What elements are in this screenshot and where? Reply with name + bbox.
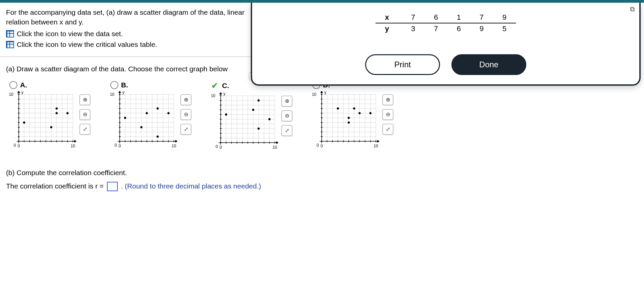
- svg-point-56: [56, 107, 58, 109]
- data-table: x76179 y37695: [375, 12, 516, 34]
- scatter-chart: 100010yx: [9, 91, 76, 151]
- expand-icon[interactable]: ⤢: [181, 124, 191, 135]
- svg-point-236: [358, 112, 360, 114]
- svg-point-176: [257, 99, 259, 101]
- option-a: A. 100010yx ⊕ ⊖ ⤢: [9, 81, 90, 153]
- checkmark-icon: ✔: [211, 81, 219, 90]
- zoom-out-icon[interactable]: ⊖: [80, 109, 90, 120]
- table-icon: [6, 41, 14, 48]
- svg-point-234: [348, 117, 350, 119]
- svg-text:10: 10: [9, 92, 13, 97]
- svg-point-237: [369, 112, 371, 114]
- option-b: B. 100010yx ⊕ ⊖ ⤢: [110, 81, 191, 153]
- svg-marker-23: [17, 91, 20, 93]
- option-c: ✔ C. 100010yx ⊕ ⊖ ⤢: [211, 81, 292, 153]
- copy-icon[interactable]: ⧉: [630, 5, 635, 13]
- svg-text:10: 10: [211, 93, 215, 98]
- option-label: C.: [222, 82, 229, 90]
- svg-point-116: [156, 107, 158, 109]
- expand-icon[interactable]: ⤢: [80, 124, 90, 135]
- svg-text:0: 0: [317, 143, 319, 148]
- option-label: B.: [121, 81, 128, 89]
- svg-point-55: [50, 126, 52, 128]
- expand-icon[interactable]: ⤢: [383, 124, 393, 135]
- divider: [0, 57, 254, 57]
- svg-point-57: [56, 112, 58, 114]
- part-b-line: The correlation coefficient is r = . (Ro…: [6, 179, 638, 193]
- radio-button[interactable]: [9, 81, 17, 89]
- scatter-chart: 100010yx: [312, 91, 379, 151]
- option-label: A.: [20, 81, 27, 89]
- svg-text:10: 10: [312, 92, 316, 97]
- svg-marker-84: [175, 140, 177, 143]
- svg-marker-82: [118, 91, 121, 93]
- svg-point-174: [252, 109, 254, 111]
- table-icon: [6, 30, 14, 37]
- svg-point-114: [140, 126, 142, 128]
- svg-text:0: 0: [18, 144, 20, 148]
- question-intro: For the accompanying data set, (a) draw …: [6, 7, 247, 27]
- svg-marker-203: [377, 140, 379, 143]
- svg-text:10: 10: [273, 145, 277, 150]
- svg-point-113: [124, 117, 126, 119]
- svg-text:10: 10: [110, 92, 114, 97]
- svg-text:y: y: [122, 91, 124, 95]
- zoom-in-icon[interactable]: ⊕: [80, 94, 90, 105]
- svg-text:10: 10: [71, 144, 75, 148]
- scatter-chart: 100010yx: [211, 92, 278, 153]
- view-critical-label: Click the icon to view the critical valu…: [17, 41, 157, 49]
- expand-icon[interactable]: ⤢: [282, 125, 292, 136]
- done-button[interactable]: Done: [451, 54, 526, 75]
- svg-text:0: 0: [14, 143, 16, 148]
- svg-text:0: 0: [321, 144, 323, 148]
- svg-point-54: [23, 122, 25, 124]
- zoom-out-icon[interactable]: ⊖: [282, 110, 292, 121]
- options-row: A. 100010yx ⊕ ⊖ ⤢ B. 100010yx ⊕ ⊖ ⤢ ✔ C.: [9, 81, 638, 153]
- svg-text:0: 0: [115, 143, 117, 148]
- svg-point-233: [348, 122, 350, 124]
- svg-text:0: 0: [220, 145, 222, 150]
- svg-point-58: [67, 112, 69, 114]
- zoom-out-icon[interactable]: ⊖: [181, 109, 191, 120]
- svg-marker-201: [320, 91, 323, 93]
- svg-text:10: 10: [373, 144, 378, 148]
- print-button[interactable]: Print: [365, 54, 440, 75]
- svg-text:y: y: [223, 92, 225, 96]
- zoom-out-icon[interactable]: ⊖: [383, 109, 393, 120]
- scatter-chart: 100010yx: [110, 91, 177, 151]
- svg-point-175: [257, 128, 259, 130]
- svg-text:y: y: [21, 91, 23, 95]
- table-row: y37695: [375, 23, 516, 34]
- svg-point-232: [337, 107, 339, 109]
- svg-point-115: [146, 112, 148, 114]
- zoom-in-icon[interactable]: ⊕: [383, 94, 393, 105]
- svg-text:y: y: [324, 91, 326, 95]
- option-d: D. 100010yx ⊕ ⊖ ⤢: [312, 81, 393, 153]
- answer-input[interactable]: [107, 182, 118, 191]
- svg-point-173: [225, 113, 227, 116]
- svg-text:10: 10: [172, 144, 176, 148]
- svg-marker-25: [74, 140, 76, 143]
- view-data-label: Click the icon to view the data set.: [17, 30, 123, 38]
- svg-text:0: 0: [119, 144, 121, 148]
- part-b-prompt: (b) Compute the correlation coefficient.: [6, 166, 638, 179]
- svg-point-118: [168, 112, 170, 114]
- zoom-in-icon[interactable]: ⊕: [181, 94, 191, 105]
- svg-text:0: 0: [216, 144, 218, 149]
- svg-marker-144: [276, 141, 278, 144]
- radio-button[interactable]: [110, 81, 118, 89]
- zoom-in-icon[interactable]: ⊕: [282, 96, 292, 106]
- svg-marker-142: [219, 92, 222, 94]
- table-row: x76179: [375, 12, 516, 23]
- data-popup: ⧉ x76179 y37695 Print Done: [251, 3, 641, 86]
- svg-point-177: [269, 118, 271, 120]
- svg-point-235: [353, 107, 355, 109]
- svg-point-117: [156, 136, 158, 138]
